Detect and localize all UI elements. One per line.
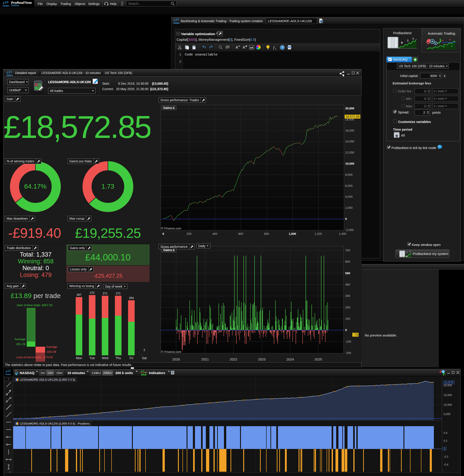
svg-text:///: /// xyxy=(227,46,229,48)
svg-text:?: ? xyxy=(281,46,283,49)
svg-text:x: x xyxy=(275,47,276,50)
svg-text:A: A xyxy=(235,45,238,50)
svg-text:f: f xyxy=(273,46,275,50)
svg-text:i: i xyxy=(443,371,444,373)
svg-text:aA: aA xyxy=(250,46,253,49)
svg-text:A: A xyxy=(242,45,245,50)
svg-text:?: ? xyxy=(321,20,323,23)
